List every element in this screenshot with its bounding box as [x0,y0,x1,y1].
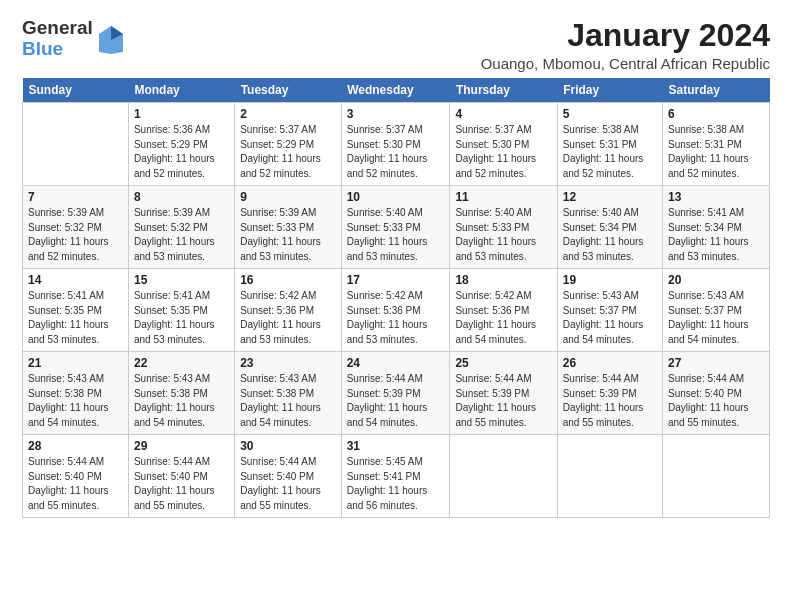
table-row: 8Sunrise: 5:39 AMSunset: 5:32 PMDaylight… [128,186,234,269]
day-number: 23 [240,356,336,370]
day-detail: Sunrise: 5:37 AMSunset: 5:30 PMDaylight:… [455,123,551,181]
table-row: 19Sunrise: 5:43 AMSunset: 5:37 PMDayligh… [557,269,662,352]
col-wednesday: Wednesday [341,78,450,103]
table-row: 7Sunrise: 5:39 AMSunset: 5:32 PMDaylight… [23,186,129,269]
table-row: 30Sunrise: 5:44 AMSunset: 5:40 PMDayligh… [235,435,342,518]
table-row: 21Sunrise: 5:43 AMSunset: 5:38 PMDayligh… [23,352,129,435]
day-detail: Sunrise: 5:44 AMSunset: 5:39 PMDaylight:… [347,372,445,430]
day-number: 15 [134,273,229,287]
table-row: 2Sunrise: 5:37 AMSunset: 5:29 PMDaylight… [235,103,342,186]
table-row: 1Sunrise: 5:36 AMSunset: 5:29 PMDaylight… [128,103,234,186]
day-number: 9 [240,190,336,204]
day-number: 28 [28,439,123,453]
day-detail: Sunrise: 5:40 AMSunset: 5:33 PMDaylight:… [455,206,551,264]
day-detail: Sunrise: 5:40 AMSunset: 5:33 PMDaylight:… [347,206,445,264]
day-number: 7 [28,190,123,204]
day-number: 22 [134,356,229,370]
day-detail: Sunrise: 5:42 AMSunset: 5:36 PMDaylight:… [347,289,445,347]
col-monday: Monday [128,78,234,103]
day-detail: Sunrise: 5:38 AMSunset: 5:31 PMDaylight:… [668,123,764,181]
table-row: 12Sunrise: 5:40 AMSunset: 5:34 PMDayligh… [557,186,662,269]
table-row: 25Sunrise: 5:44 AMSunset: 5:39 PMDayligh… [450,352,557,435]
day-number: 2 [240,107,336,121]
day-number: 27 [668,356,764,370]
table-row [663,435,770,518]
day-detail: Sunrise: 5:37 AMSunset: 5:30 PMDaylight:… [347,123,445,181]
table-row [23,103,129,186]
col-tuesday: Tuesday [235,78,342,103]
logo: General Blue [22,18,125,60]
table-row: 9Sunrise: 5:39 AMSunset: 5:33 PMDaylight… [235,186,342,269]
table-row: 26Sunrise: 5:44 AMSunset: 5:39 PMDayligh… [557,352,662,435]
table-row: 5Sunrise: 5:38 AMSunset: 5:31 PMDaylight… [557,103,662,186]
day-detail: Sunrise: 5:41 AMSunset: 5:35 PMDaylight:… [134,289,229,347]
table-row: 29Sunrise: 5:44 AMSunset: 5:40 PMDayligh… [128,435,234,518]
table-row: 4Sunrise: 5:37 AMSunset: 5:30 PMDaylight… [450,103,557,186]
day-detail: Sunrise: 5:42 AMSunset: 5:36 PMDaylight:… [455,289,551,347]
day-number: 12 [563,190,657,204]
day-detail: Sunrise: 5:40 AMSunset: 5:34 PMDaylight:… [563,206,657,264]
table-row: 6Sunrise: 5:38 AMSunset: 5:31 PMDaylight… [663,103,770,186]
table-row: 17Sunrise: 5:42 AMSunset: 5:36 PMDayligh… [341,269,450,352]
col-thursday: Thursday [450,78,557,103]
day-detail: Sunrise: 5:44 AMSunset: 5:40 PMDaylight:… [240,455,336,513]
day-detail: Sunrise: 5:39 AMSunset: 5:32 PMDaylight:… [28,206,123,264]
table-row: 27Sunrise: 5:44 AMSunset: 5:40 PMDayligh… [663,352,770,435]
day-number: 5 [563,107,657,121]
logo-general: General [22,18,93,39]
day-number: 8 [134,190,229,204]
day-number: 3 [347,107,445,121]
page: General Blue January 2024 Ouango, Mbomou… [0,0,792,530]
table-row: 28Sunrise: 5:44 AMSunset: 5:40 PMDayligh… [23,435,129,518]
day-detail: Sunrise: 5:42 AMSunset: 5:36 PMDaylight:… [240,289,336,347]
day-detail: Sunrise: 5:44 AMSunset: 5:39 PMDaylight:… [563,372,657,430]
calendar-week-row: 28Sunrise: 5:44 AMSunset: 5:40 PMDayligh… [23,435,770,518]
table-row [557,435,662,518]
location-title: Ouango, Mbomou, Central African Republic [481,55,770,72]
day-detail: Sunrise: 5:39 AMSunset: 5:32 PMDaylight:… [134,206,229,264]
day-number: 1 [134,107,229,121]
day-number: 29 [134,439,229,453]
day-detail: Sunrise: 5:41 AMSunset: 5:34 PMDaylight:… [668,206,764,264]
calendar-header-row: Sunday Monday Tuesday Wednesday Thursday… [23,78,770,103]
day-detail: Sunrise: 5:44 AMSunset: 5:40 PMDaylight:… [134,455,229,513]
table-row [450,435,557,518]
calendar-week-row: 21Sunrise: 5:43 AMSunset: 5:38 PMDayligh… [23,352,770,435]
logo-blue: Blue [22,39,93,60]
day-detail: Sunrise: 5:45 AMSunset: 5:41 PMDaylight:… [347,455,445,513]
day-number: 6 [668,107,764,121]
day-detail: Sunrise: 5:37 AMSunset: 5:29 PMDaylight:… [240,123,336,181]
day-number: 24 [347,356,445,370]
day-detail: Sunrise: 5:41 AMSunset: 5:35 PMDaylight:… [28,289,123,347]
day-detail: Sunrise: 5:43 AMSunset: 5:37 PMDaylight:… [563,289,657,347]
day-detail: Sunrise: 5:43 AMSunset: 5:37 PMDaylight:… [668,289,764,347]
col-saturday: Saturday [663,78,770,103]
day-number: 31 [347,439,445,453]
calendar-week-row: 1Sunrise: 5:36 AMSunset: 5:29 PMDaylight… [23,103,770,186]
day-number: 30 [240,439,336,453]
table-row: 13Sunrise: 5:41 AMSunset: 5:34 PMDayligh… [663,186,770,269]
title-block: January 2024 Ouango, Mbomou, Central Afr… [481,18,770,72]
table-row: 15Sunrise: 5:41 AMSunset: 5:35 PMDayligh… [128,269,234,352]
table-row: 3Sunrise: 5:37 AMSunset: 5:30 PMDaylight… [341,103,450,186]
day-detail: Sunrise: 5:43 AMSunset: 5:38 PMDaylight:… [134,372,229,430]
day-number: 26 [563,356,657,370]
month-title: January 2024 [481,18,770,53]
day-detail: Sunrise: 5:43 AMSunset: 5:38 PMDaylight:… [240,372,336,430]
calendar-table: Sunday Monday Tuesday Wednesday Thursday… [22,78,770,518]
day-detail: Sunrise: 5:38 AMSunset: 5:31 PMDaylight:… [563,123,657,181]
table-row: 20Sunrise: 5:43 AMSunset: 5:37 PMDayligh… [663,269,770,352]
col-friday: Friday [557,78,662,103]
calendar-week-row: 7Sunrise: 5:39 AMSunset: 5:32 PMDaylight… [23,186,770,269]
col-sunday: Sunday [23,78,129,103]
day-number: 19 [563,273,657,287]
day-number: 20 [668,273,764,287]
day-number: 18 [455,273,551,287]
day-detail: Sunrise: 5:39 AMSunset: 5:33 PMDaylight:… [240,206,336,264]
day-detail: Sunrise: 5:44 AMSunset: 5:39 PMDaylight:… [455,372,551,430]
table-row: 11Sunrise: 5:40 AMSunset: 5:33 PMDayligh… [450,186,557,269]
day-number: 13 [668,190,764,204]
table-row: 14Sunrise: 5:41 AMSunset: 5:35 PMDayligh… [23,269,129,352]
table-row: 23Sunrise: 5:43 AMSunset: 5:38 PMDayligh… [235,352,342,435]
table-row: 16Sunrise: 5:42 AMSunset: 5:36 PMDayligh… [235,269,342,352]
